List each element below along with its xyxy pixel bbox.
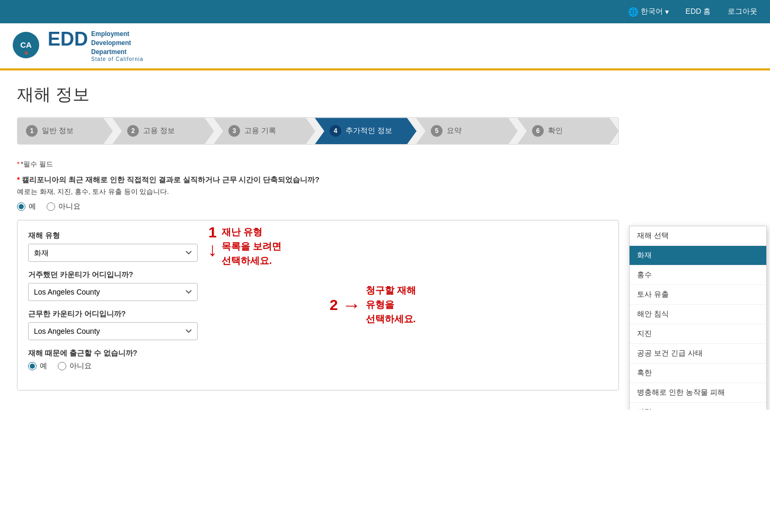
work-county-group: 근무한 카운티가 어디입니까? Los Angeles County: [28, 309, 608, 340]
step-6-label: 확인: [548, 126, 563, 136]
required-note: **필수 필드: [17, 159, 619, 169]
annotation-1-arrow: ↓: [208, 240, 217, 259]
step-5[interactable]: 5 요약: [416, 118, 518, 144]
residence-county-group: 거주했던 카운티가 어디입니까? Los Angeles County: [28, 270, 608, 301]
disaster-type-select[interactable]: 화재: [28, 244, 198, 262]
step-1[interactable]: 1 일반 정보: [17, 118, 113, 144]
language-selector[interactable]: 🌐 한국어 ▾: [628, 7, 669, 17]
edd-letters: EDD: [48, 30, 88, 49]
required-star: *: [17, 160, 20, 168]
dropdown-item-mudslide[interactable]: 토사 유출: [630, 285, 766, 305]
annotation-2-number: 2: [330, 298, 338, 313]
work-county-label: 근무한 카운티가 어디입니까?: [28, 309, 608, 319]
cannot-work-group: 재해 때문에 출근할 수 없습니까? 예 아니요: [28, 349, 608, 371]
cannot-work-yes-text: 예: [40, 361, 47, 371]
step-progress: 1 일반 정보 2 고용 정보 3 고용 기록 4 추가적인 정보 5 요약 6…: [17, 117, 619, 145]
cannot-work-yes-input[interactable]: [28, 362, 37, 370]
disaster-form-box: 재해 유형 화재 거주했던 카운티가 어디입니까? Los Angeles Co…: [17, 220, 619, 391]
ca-bear-badge: CA 🐻: [13, 32, 39, 60]
annotation-1: 1 ↓ 재난 유형목록을 보려면선택하세요.: [208, 225, 281, 268]
logout-link[interactable]: 로그아웃: [728, 7, 757, 16]
form-annotation-container: 재해 유형 화재 거주했던 카운티가 어디입니까? Los Angeles Co…: [17, 220, 619, 391]
required-text: *필수 필드: [21, 160, 53, 168]
annotation-1-text: 재난 유형목록을 보려면선택하세요.: [222, 225, 281, 268]
dropdown-item-extreme-cold[interactable]: 혹한: [630, 363, 766, 383]
step-5-label: 요약: [447, 126, 462, 136]
cannot-work-radio-group: 예 아니요: [28, 361, 608, 371]
step-4-label: 추가적인 정보: [346, 126, 392, 136]
edd-state: State of California: [91, 56, 144, 62]
dropdown-item-wind[interactable]: 바람: [630, 403, 766, 410]
step-2-label: 고용 정보: [143, 126, 175, 136]
radio-yes-text: 예: [29, 202, 36, 211]
radio-yes-input[interactable]: [17, 202, 25, 211]
disaster-type-group: 재해 유형 화재: [28, 231, 608, 262]
step-6[interactable]: 6 확인: [517, 118, 619, 144]
radio-yes-label[interactable]: 예: [17, 202, 36, 211]
question-text-content: 캘리포니아의 최근 재해로 인한 직접적인 결과로 실직하거나 근무 시간이 단…: [22, 175, 320, 184]
cannot-work-no-input[interactable]: [58, 362, 66, 370]
step-4-number: 4: [330, 125, 341, 137]
step-3[interactable]: 3 고용 기록: [214, 118, 315, 144]
page-header: CA 🐻 EDD Employment Development Departme…: [0, 23, 770, 70]
edd-name-line3: Department: [91, 48, 144, 57]
edd-name-line1: Employment: [91, 30, 144, 39]
dropdown-item-earthquake[interactable]: 지진: [630, 324, 766, 344]
edd-name-line2: Development: [91, 39, 144, 48]
radio-no-text: 아니요: [58, 202, 81, 211]
language-dropdown-icon: ▾: [665, 7, 669, 16]
dropdown-item-placeholder[interactable]: 재해 선택: [630, 226, 766, 246]
page-title: 재해 정보: [17, 83, 619, 107]
dropdown-item-flood[interactable]: 홍수: [630, 265, 766, 285]
cannot-work-yes-label[interactable]: 예: [28, 361, 47, 371]
step-2[interactable]: 2 고용 정보: [112, 118, 214, 144]
annotation-2: 2 → 청구할 재해유형을선택하세요.: [330, 283, 416, 326]
step-1-label: 일반 정보: [42, 126, 74, 136]
step-4[interactable]: 4 추가적인 정보: [315, 118, 417, 144]
annotation-2-arrow: →: [342, 296, 361, 315]
main-content: 재해 정보 1 일반 정보 2 고용 정보 3 고용 기록 4 추가적인 정보 …: [0, 70, 636, 410]
cannot-work-no-label[interactable]: 아니요: [58, 361, 92, 371]
globe-icon: 🌐: [628, 7, 639, 17]
question-note: 예로는 화재, 지진, 홍수, 토사 유출 등이 있습니다.: [17, 187, 619, 197]
main-question: * 캘리포니아의 최근 재해로 인한 직접적인 결과로 실직하거나 근무 시간이…: [17, 175, 619, 185]
residence-county-label: 거주했던 카운티가 어디입니까?: [28, 270, 608, 280]
step-2-number: 2: [127, 125, 139, 137]
question-star: *: [17, 175, 20, 184]
cannot-work-no-text: 아니요: [69, 361, 92, 371]
disaster-type-label: 재해 유형: [28, 231, 608, 241]
top-navigation: 🌐 한국어 ▾ EDD 홈 로그아웃: [0, 0, 770, 23]
radio-no-input[interactable]: [47, 202, 55, 211]
dropdown-item-coastal-erosion[interactable]: 해안 침식: [630, 305, 766, 324]
step-6-number: 6: [532, 125, 544, 137]
annotation-1-number: 1: [208, 225, 217, 240]
yes-no-radio-group: 예 아니요: [17, 202, 619, 211]
edd-logo: CA 🐻 EDD Employment Development Departme…: [13, 30, 144, 62]
dropdown-item-public-health[interactable]: 공공 보건 긴급 사태: [630, 344, 766, 363]
work-county-select[interactable]: Los Angeles County: [28, 322, 198, 340]
step-5-number: 5: [431, 125, 442, 137]
dropdown-item-crop-damage[interactable]: 병충해로 인한 농작물 피해: [630, 383, 766, 403]
residence-county-select[interactable]: Los Angeles County: [28, 283, 198, 301]
logout-label: 로그아웃: [728, 7, 757, 16]
language-label: 한국어: [641, 7, 663, 16]
svg-text:🐻: 🐻: [24, 51, 29, 55]
radio-no-label[interactable]: 아니요: [47, 202, 81, 211]
disaster-type-dropdown: 재해 선택 화재 홍수 토사 유출 해안 침식 지진 공공 보건 긴급 사태 혹…: [629, 226, 767, 410]
svg-text:CA: CA: [20, 40, 32, 49]
cannot-work-label: 재해 때문에 출근할 수 없습니까?: [28, 349, 608, 358]
edd-home-link[interactable]: EDD 홈: [686, 7, 711, 16]
step-3-label: 고용 기록: [244, 126, 276, 136]
step-1-number: 1: [26, 125, 38, 137]
dropdown-item-fire[interactable]: 화재: [630, 246, 766, 265]
step-3-number: 3: [228, 125, 240, 137]
annotation-2-text: 청구할 재해유형을선택하세요.: [366, 283, 416, 326]
edd-home-label: EDD 홈: [686, 7, 711, 16]
